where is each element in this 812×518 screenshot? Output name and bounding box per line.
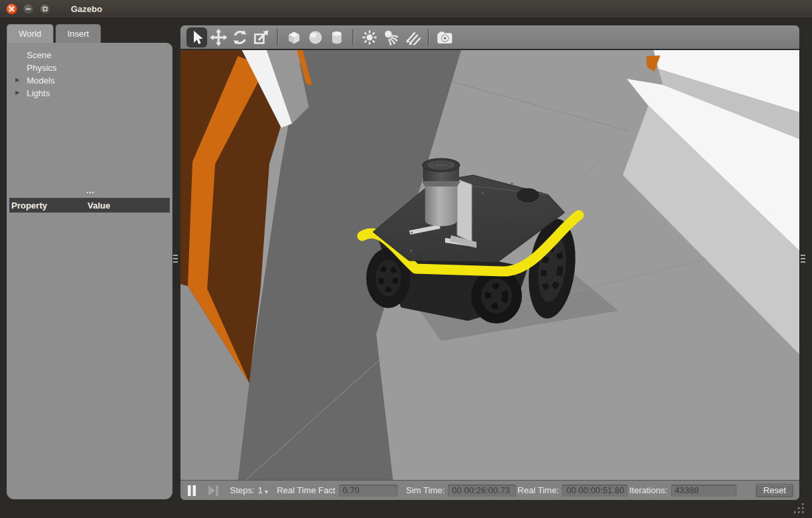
simulation-status-bar: Steps: 1 ▾ Real Time Fact 0.70 Sim Time:… (180, 480, 799, 500)
rtf-field: 0.70 (339, 485, 398, 497)
step-button[interactable] (207, 485, 219, 497)
expand-arrow-icon[interactable]: ▶ (15, 77, 19, 83)
left-panel: World Insert Scene Physics ▶ Models ▶ Li… (7, 24, 172, 499)
sphere-icon (306, 28, 325, 47)
splitter-grip-icon[interactable] (87, 192, 96, 195)
value-column-header: Value (88, 201, 110, 211)
antenna-knob (517, 188, 539, 202)
scale-tool-button[interactable] (251, 27, 271, 47)
spot-light-icon (382, 28, 400, 47)
point-light-tool-button[interactable] (359, 27, 380, 47)
right-splitter-grip[interactable] (801, 255, 805, 264)
titlebar: Gazebo (0, 0, 812, 19)
iterations-label: Iterations: (629, 485, 667, 495)
translate-icon (209, 28, 228, 47)
dropdown-caret-icon[interactable]: ▾ (265, 488, 268, 495)
left-splitter-grip[interactable] (173, 255, 178, 264)
render-viewport-panel: Steps: 1 ▾ Real Time Fact 0.70 Sim Time:… (180, 25, 799, 500)
close-icon[interactable] (6, 3, 17, 15)
tree-item-label: Scene (27, 50, 51, 60)
reset-button[interactable]: Reset (756, 484, 793, 497)
select-tool-button[interactable] (186, 27, 207, 47)
cylinder-icon (327, 28, 346, 47)
tab-world[interactable]: World (7, 24, 53, 43)
spot-light-tool-button[interactable] (380, 27, 401, 47)
pause-icon (186, 485, 197, 497)
box-icon (285, 28, 303, 47)
scale-icon (252, 28, 271, 47)
box-tool-button[interactable] (283, 27, 304, 47)
tab-insert[interactable]: Insert (55, 24, 102, 43)
toolbar-separator (352, 29, 354, 45)
pause-button[interactable] (186, 485, 197, 497)
rotate-icon (231, 28, 249, 47)
panel-tabs: World Insert (7, 24, 172, 43)
tree-item-label: Models (27, 76, 55, 86)
real-time-label: Real Time: (517, 485, 559, 495)
expand-arrow-icon[interactable]: ▶ (15, 90, 19, 96)
cylinder-tool-button[interactable] (326, 27, 347, 47)
directional-light-icon (403, 28, 422, 47)
property-table-header: Property Value (9, 198, 170, 213)
tree-item-scene[interactable]: Scene (7, 49, 172, 61)
sim-time-label: Sim Time: (406, 485, 445, 495)
tree-item-label: Lights (27, 88, 50, 98)
render-3d-view[interactable] (180, 50, 799, 480)
sim-time-field: 00 00:26:00.73 (448, 485, 516, 497)
property-column-header: Property (9, 201, 88, 211)
tree-item-lights[interactable]: ▶ Lights (7, 87, 172, 100)
world-tree: Scene Physics ▶ Models ▶ Lights (7, 43, 172, 100)
world-panel-body: Scene Physics ▶ Models ▶ Lights Property… (7, 43, 172, 499)
tree-item-physics[interactable]: Physics (7, 61, 172, 74)
translate-tool-button[interactable] (208, 27, 229, 47)
rotate-tool-button[interactable] (229, 27, 250, 47)
screenshot-camera-icon (435, 28, 454, 47)
maximize-icon[interactable] (39, 3, 51, 15)
iterations-field: 43388 (671, 485, 736, 497)
render-toolbar (180, 25, 799, 50)
real-time-field: 00 00:00:51.80 (562, 485, 628, 497)
directional-light-tool-button[interactable] (402, 27, 422, 47)
step-icon (207, 485, 219, 497)
window-title: Gazebo (71, 4, 102, 14)
screenshot-tool-button[interactable] (434, 27, 455, 47)
front-right-wheel (471, 269, 522, 323)
tree-item-models[interactable]: ▶ Models (7, 74, 172, 87)
toolbar-separator (277, 29, 278, 45)
steps-label: Steps: (230, 485, 255, 495)
lidar-sensor (422, 158, 460, 227)
resize-grip-icon[interactable] (793, 502, 806, 515)
steps-spinbox[interactable]: Steps: 1 ▾ (230, 485, 268, 495)
select-arrow-icon (188, 29, 206, 46)
lidar-mount-plate (457, 179, 472, 242)
minimize-icon[interactable] (23, 3, 34, 15)
scene-canvas[interactable] (180, 50, 799, 480)
toolbar-separator (428, 29, 429, 45)
point-light-icon (360, 28, 379, 47)
sphere-tool-button[interactable] (305, 27, 325, 47)
tree-item-label: Physics (27, 63, 57, 73)
rtf-label: Real Time Fact (277, 485, 335, 495)
steps-value[interactable]: 1 (258, 485, 263, 495)
